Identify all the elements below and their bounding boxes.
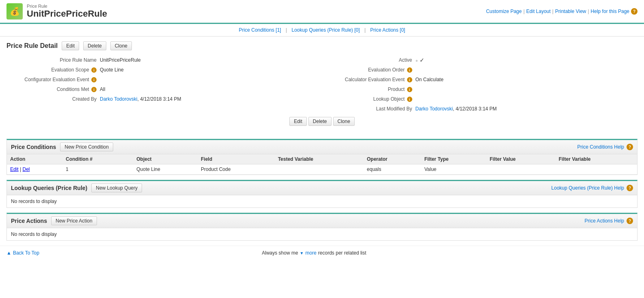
info-lookup-object[interactable]: i xyxy=(407,97,412,102)
created-by-link[interactable]: Darko Todorovski xyxy=(100,96,137,102)
price-conditions-header-left: Price Conditions New Price Condition xyxy=(11,143,113,151)
field-active: Active ● ✓ xyxy=(326,55,634,65)
nav-links: Price Conditions [1] | Lookup Queries (P… xyxy=(0,24,644,37)
label-conditions-met: Conditions Met i xyxy=(11,86,100,92)
header-nav: Customize Page | Edit Layout | Printable… xyxy=(486,8,638,15)
col-condition-num: Condition # xyxy=(62,154,133,164)
price-actions-header: Price Actions New Price Action Price Act… xyxy=(7,214,637,228)
header-title: UnitPricePriceRule xyxy=(27,9,107,19)
cell-filter-value xyxy=(487,164,556,175)
detail-section: Price Rule Detail Edit Delete Clone Pric… xyxy=(6,37,638,134)
cell-field: Product Code xyxy=(198,164,275,175)
info-conditions-met[interactable]: i xyxy=(91,87,97,92)
col-operator: Operator xyxy=(364,154,421,164)
field-conditions-met: Conditions Met i All xyxy=(11,84,318,94)
col-tested-variable: Tested Variable xyxy=(275,154,364,164)
page-header: 💰 Price Rule UnitPricePriceRule Customiz… xyxy=(0,0,644,24)
field-price-rule-name: Price Rule Name UnitPricePriceRule xyxy=(11,55,318,65)
field-evaluation-order: Evaluation Order i xyxy=(326,65,634,75)
label-price-rule-name: Price Rule Name xyxy=(11,57,100,63)
value-created-by: Darko Todorovski, 4/12/2018 3:14 PM xyxy=(100,96,181,102)
up-arrow-icon: ▲ xyxy=(6,250,11,256)
col-filter-value: Filter Value xyxy=(487,154,556,164)
dropdown-arrow-icon[interactable]: ▼ xyxy=(300,251,304,255)
info-evaluation-scope[interactable]: i xyxy=(91,67,97,73)
field-product: Product i xyxy=(326,84,634,94)
lookup-queries-header-right: Lookup Queries (Price Rule) Help ? xyxy=(551,185,633,191)
price-actions-nav-link[interactable]: Price Actions [0] xyxy=(370,27,405,33)
info-configurator-eval[interactable]: i xyxy=(91,77,97,82)
cell-operator: equals xyxy=(364,164,421,175)
info-calculator-eval[interactable]: i xyxy=(407,77,412,82)
price-actions-title: Price Actions xyxy=(11,218,47,224)
delete-button-top[interactable]: Delete xyxy=(83,41,106,50)
header-left: 💰 Price Rule UnitPricePriceRule xyxy=(6,3,107,19)
lookup-queries-no-records: No records to display xyxy=(7,195,637,207)
detail-footer: Edit Delete Clone xyxy=(6,114,638,129)
price-conditions-title: Price Conditions xyxy=(11,144,56,150)
header-icon: 💰 xyxy=(6,3,23,19)
lookup-queries-help-icon[interactable]: ? xyxy=(627,185,633,191)
customize-page-link[interactable]: Customize Page xyxy=(486,9,522,14)
price-actions-section: Price Actions New Price Action Price Act… xyxy=(6,213,638,241)
new-lookup-query-button[interactable]: New Lookup Query xyxy=(91,184,142,192)
field-created-by: Created By Darko Todorovski, 4/12/2018 3… xyxy=(11,94,318,104)
price-conditions-help-link[interactable]: Price Conditions Help xyxy=(577,144,624,150)
price-actions-help-link[interactable]: Price Actions Help xyxy=(585,218,624,224)
lookup-queries-section: Lookup Queries (Price Rule) New Lookup Q… xyxy=(6,180,638,208)
clone-button-bottom[interactable]: Clone xyxy=(333,117,355,126)
edit-button-top[interactable]: Edit xyxy=(62,41,79,50)
active-checkmark: ✓ xyxy=(420,57,424,63)
lookup-queries-header: Lookup Queries (Price Rule) New Lookup Q… xyxy=(7,181,637,195)
value-last-modified: Darko Todorovski, 4/12/2018 3:14 PM xyxy=(416,106,497,112)
page-footer: ▲ Back To Top Always show me ▼ more reco… xyxy=(0,246,644,260)
label-evaluation-scope: Evaluation Scope i xyxy=(11,67,100,73)
detail-right-col: Active ● ✓ Evaluation Order i Calculator… xyxy=(322,55,638,114)
cell-filter-variable xyxy=(556,164,637,175)
more-link[interactable]: more xyxy=(306,250,317,256)
edit-button-bottom[interactable]: Edit xyxy=(289,117,307,126)
label-calculator-eval-event: Calculator Evaluation Event i xyxy=(326,77,416,82)
detail-header: Price Rule Detail Edit Delete Clone xyxy=(6,41,638,50)
edit-layout-link[interactable]: Edit Layout xyxy=(526,9,551,14)
new-price-action-button[interactable]: New Price Action xyxy=(51,216,97,225)
detail-grid: Price Rule Name UnitPricePriceRule Evalu… xyxy=(6,55,638,114)
price-conditions-help-icon[interactable]: ? xyxy=(627,144,633,150)
field-evaluation-scope: Evaluation Scope i Quote Line xyxy=(11,65,318,75)
field-calculator-eval-event: Calculator Evaluation Event i On Calcula… xyxy=(326,75,634,84)
header-subtitle: Price Rule xyxy=(27,4,107,9)
header-title-group: Price Rule UnitPricePriceRule xyxy=(27,4,107,19)
label-active: Active xyxy=(326,57,416,63)
col-field: Field xyxy=(198,154,275,164)
always-show-text: Always show me xyxy=(262,250,298,256)
price-conditions-header-right: Price Conditions Help ? xyxy=(577,144,633,150)
info-product[interactable]: i xyxy=(407,87,412,92)
row-del-link[interactable]: Del xyxy=(22,166,30,172)
price-actions-help-icon[interactable]: ? xyxy=(627,218,633,224)
cell-tested-variable xyxy=(275,164,364,175)
lookup-queries-header-left: Lookup Queries (Price Rule) New Lookup Q… xyxy=(11,184,142,192)
label-last-modified: Last Modified By xyxy=(326,106,416,112)
help-icon[interactable]: ? xyxy=(631,8,638,15)
back-to-top-link[interactable]: ▲ Back To Top xyxy=(6,250,39,256)
last-modified-link[interactable]: Darko Todorovski xyxy=(416,106,453,112)
help-link[interactable]: Help for this Page xyxy=(591,9,629,14)
table-header-row: Action Condition # Object Field Tested V… xyxy=(7,154,637,164)
detail-title: Price Rule Detail xyxy=(6,42,58,50)
cell-action: Edit | Del xyxy=(7,164,62,175)
info-evaluation-order[interactable]: i xyxy=(407,67,412,73)
lookup-queries-nav-link[interactable]: Lookup Queries (Price Rule) [0] xyxy=(291,27,360,33)
printable-view-link[interactable]: Printable View xyxy=(555,9,586,14)
lookup-queries-help-link[interactable]: Lookup Queries (Price Rule) Help xyxy=(551,185,624,191)
col-object: Object xyxy=(133,154,198,164)
clone-button-top[interactable]: Clone xyxy=(110,41,132,50)
new-price-condition-button[interactable]: New Price Condition xyxy=(60,143,113,151)
price-actions-no-records: No records to display xyxy=(7,228,637,240)
price-conditions-nav-link[interactable]: Price Conditions [1] xyxy=(239,27,281,33)
field-configurator-eval-event: Configurator Evaluation Event i xyxy=(11,75,318,84)
row-edit-link[interactable]: Edit xyxy=(10,166,19,172)
price-conditions-table: Action Condition # Object Field Tested V… xyxy=(7,154,637,175)
back-to-top-label: Back To Top xyxy=(13,250,39,256)
delete-button-bottom[interactable]: Delete xyxy=(308,117,332,126)
label-evaluation-order: Evaluation Order i xyxy=(326,67,416,73)
